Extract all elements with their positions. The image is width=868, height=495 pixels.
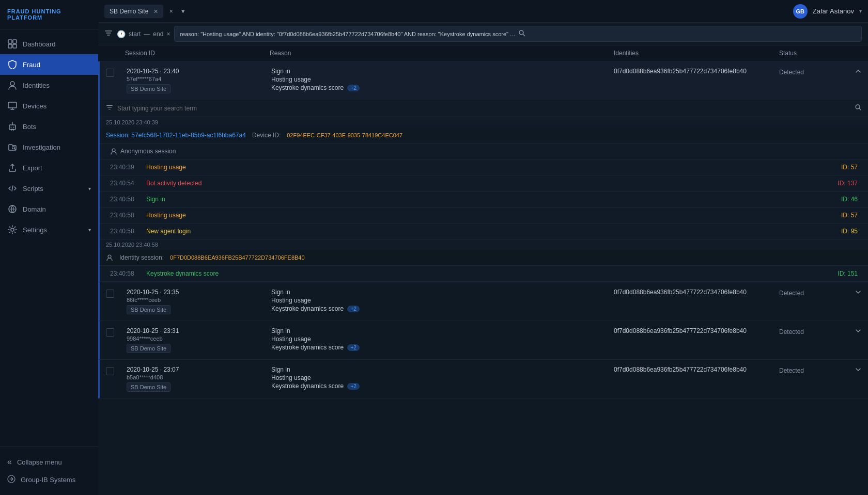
session-site-badge: SB Demo Site [127, 344, 171, 353]
identity-col: 0f7d0d088b6ea936fb25b477722d734706fe8b40 [614, 366, 779, 373]
tabs-dropdown-button[interactable]: ▾ [179, 5, 187, 17]
sidebar-item-investigation[interactable]: Investigation [0, 137, 98, 157]
expand-collapse-icon[interactable] [855, 68, 862, 76]
col-identities: Identities [614, 50, 779, 57]
filter-search-icon[interactable] [518, 29, 856, 38]
session-row-main[interactable]: 2020-10-25 · 23:35 86fc*****ceeb SB Demo… [100, 282, 868, 321]
time-clear-button[interactable]: × [166, 30, 170, 38]
group-ib-link[interactable]: Group-IB Systems [7, 471, 91, 489]
session-site-badge: SB Demo Site [127, 382, 171, 392]
detail-event-id: ID: 57 [841, 212, 858, 219]
session-date: 2020-10-25 · 23:31 [127, 327, 271, 334]
session-date: 2020-10-25 · 23:35 [127, 289, 271, 296]
chevron-down-icon: ▾ [88, 227, 91, 233]
user-icon [7, 80, 18, 90]
session-id-block: 2020-10-25 · 23:35 86fc*****ceeb SB Demo… [127, 289, 271, 314]
svg-point-16 [108, 255, 111, 258]
external-link-icon [7, 475, 16, 485]
session-hash: 57ef*****67a4 [127, 76, 271, 82]
topbar: SB Demo Site × × ▾ GB Zafar Astanov ▾ [98, 0, 868, 23]
search-folder-icon [7, 142, 18, 152]
user-menu-chevron[interactable]: ▾ [859, 8, 862, 14]
detail-event-name: Keystroke dynamics score [146, 270, 838, 277]
globe-icon [7, 204, 18, 214]
sidebar-item-label: Fraud [23, 61, 40, 69]
session-row-main[interactable]: 2020-10-25 · 23:31 9984*****ceeb SB Demo… [100, 321, 868, 359]
filter-icon[interactable] [104, 29, 113, 39]
sidebar-item-label: Domain [23, 205, 46, 213]
row-checkbox[interactable] [106, 290, 114, 298]
sidebar-item-label: Dashboard [23, 40, 56, 48]
close-all-tabs-button[interactable]: × [167, 5, 176, 17]
svg-rect-5 [8, 102, 17, 108]
detail-device-id: 02F94EEC-CF37-403E-9035-78419C4EC047 [287, 132, 402, 138]
sidebar-item-label: Bots [23, 123, 36, 131]
svg-rect-0 [8, 40, 12, 43]
session-site-badge: SB Demo Site [127, 305, 171, 314]
expand-icon[interactable] [855, 327, 862, 336]
detail-search-icon[interactable] [855, 104, 862, 113]
sidebar-item-settings[interactable]: Settings ▾ [0, 219, 98, 240]
active-tab[interactable]: SB Demo Site × [104, 5, 163, 18]
sidebar-bottom: « Collapse menu Group-IB Systems [0, 446, 98, 495]
col-session-id: Session ID [125, 50, 270, 57]
sidebar-item-scripts[interactable]: Scripts ▾ [0, 178, 98, 199]
sidebar-item-identities[interactable]: Identities [0, 75, 98, 95]
detail-identity-header: Identity session: 0F7D0D088B6EA936FB25B4… [100, 250, 868, 266]
session-hash: 9984*****ceeb [127, 336, 271, 342]
svg-point-11 [11, 228, 14, 231]
session-row-main[interactable]: 2020-10-25 · 23:07 b5a0*****d408 SB Demo… [100, 360, 868, 398]
sidebar-item-devices[interactable]: Devices [0, 95, 98, 116]
sidebar-item-bots[interactable]: Bots [0, 116, 98, 137]
sidebar-item-label: Settings [23, 226, 47, 234]
sidebar-item-fraud[interactable]: Fraud [0, 54, 98, 75]
sidebar-item-domain[interactable]: Domain [0, 199, 98, 219]
export-icon [7, 163, 18, 173]
time-range-picker[interactable]: 🕐 start — end × [117, 30, 170, 38]
sidebar-item-export[interactable]: Export [0, 157, 98, 178]
expand-icon[interactable] [855, 289, 862, 297]
session-hash: b5a0*****d408 [127, 374, 271, 380]
session-detail: 25.10.2020 23:40:39 Session: 57efc568-17… [100, 100, 868, 282]
reason-item: Sign in [271, 68, 614, 75]
sidebar-nav: Dashboard Fraud Identities Devices Bots [0, 29, 98, 446]
code-icon [7, 183, 18, 194]
tab-label: SB Demo Site [110, 8, 148, 15]
detail-event-time: 23:40:54 [110, 180, 146, 187]
detail-device-label: Device ID: [252, 132, 281, 139]
reason-col: Sign in Hosting usage Keystroke dynamics… [271, 327, 614, 352]
session-row-main[interactable]: 2020-10-25 · 23:40 57ef*****67a4 SB Demo… [100, 61, 868, 100]
filter-query-bar[interactable]: reason: "Hosting usage" AND identity: "0… [174, 26, 862, 42]
row-checkbox[interactable] [106, 69, 114, 77]
detail-search-input[interactable] [117, 105, 850, 112]
collapse-menu-button[interactable]: « Collapse menu [7, 453, 91, 471]
shield-icon [7, 59, 18, 70]
sidebar-item-dashboard[interactable]: Dashboard [0, 34, 98, 54]
reason-item: Sign in [271, 327, 614, 334]
reason-item: Hosting usage [271, 297, 614, 304]
detail-identity-label: Identity session: [119, 254, 164, 261]
detail-event-id: ID: 46 [841, 196, 858, 203]
filter-query-text: reason: "Hosting usage" AND identity: "0… [180, 31, 518, 37]
svg-rect-3 [13, 44, 17, 48]
detail-identity-id: 0F7D0D088B6EA936FB25B477722D734706FE8B40 [170, 254, 305, 261]
user-avatar: GB [793, 4, 808, 19]
tab-close-button[interactable]: × [153, 7, 158, 15]
session-id-block: 2020-10-25 · 23:40 57ef*****67a4 SB Demo… [127, 68, 271, 93]
row-checkbox[interactable] [106, 328, 114, 337]
reason-item: Keystroke dynamics score +2 [271, 84, 614, 91]
reason-item: Sign in [271, 289, 614, 296]
group-ib-label: Group-IB Systems [21, 476, 75, 484]
row-checkbox-cell [106, 327, 127, 337]
sidebar: FRAUD HUNTING PLATFORM Dashboard Fraud I… [0, 0, 98, 495]
row-checkbox[interactable] [106, 367, 114, 375]
reason-badge: +2 [347, 383, 359, 390]
col-checkbox [104, 50, 125, 57]
topbar-right: GB Zafar Astanov ▾ [793, 4, 862, 19]
expand-icon[interactable] [855, 366, 862, 375]
sidebar-item-label: Export [23, 164, 42, 172]
col-status: Status [779, 50, 862, 57]
sessions-table: Session ID Reason Identities Status 2020… [98, 45, 868, 495]
col-reason: Reason [270, 50, 614, 57]
reason-badge: +2 [347, 85, 359, 91]
